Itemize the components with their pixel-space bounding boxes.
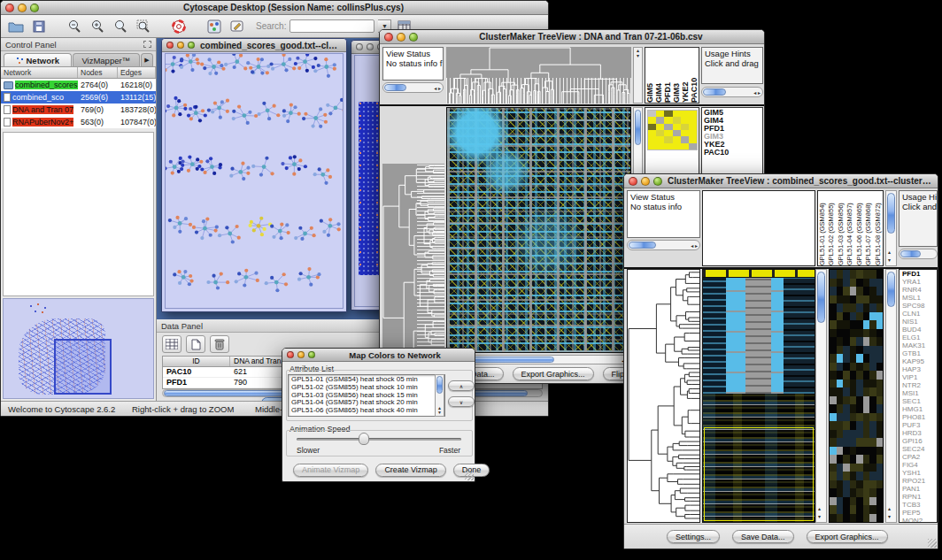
arrow-down-icon[interactable]: ▾ (888, 257, 891, 263)
zoom-button[interactable] (653, 177, 662, 186)
gene-label[interactable]: PUF3 (902, 421, 937, 429)
column-label[interactable]: GPL51-03 (GSM856) (837, 191, 845, 265)
select-attributes-icon[interactable] (162, 335, 181, 353)
labels-vscrollbar[interactable]: ▴ ▾ (885, 190, 897, 266)
dialog-title-bar[interactable]: Map Colors to Network (282, 349, 475, 362)
network-row[interactable]: DNA and Tran 07 769(0) 183728(0) (1, 104, 156, 116)
attribute-list-item[interactable]: GPL51-07 (GSM868) heat shock 60 min (291, 415, 434, 417)
col-id[interactable]: ID (163, 357, 230, 366)
zoom-selected-icon[interactable] (111, 18, 130, 35)
zoom-fit-icon[interactable] (134, 18, 153, 35)
gene-label[interactable]: MAK31 (902, 341, 937, 349)
column-label[interactable]: GIM3 (672, 48, 681, 103)
scroll-arrows-icon[interactable]: ▲▼ (436, 406, 443, 415)
resize-grip[interactable] (465, 472, 474, 480)
create-vizmap-button[interactable]: Create Vizmap (375, 464, 445, 477)
column-label[interactable]: GPL51-04 (GSM857) (845, 191, 854, 265)
minimize-button[interactable] (367, 43, 374, 50)
minimize-button[interactable] (397, 33, 405, 42)
close-button[interactable] (166, 42, 174, 49)
float-panel-icon[interactable] (143, 41, 151, 48)
attribute-list-vscrollbar[interactable]: ▲▼ (435, 374, 444, 417)
search-input[interactable] (290, 19, 374, 33)
gene-label[interactable]: NIS1 (902, 318, 937, 326)
gene-label[interactable]: MSL1 (902, 294, 937, 302)
column-label[interactable]: YKE2 (681, 48, 690, 103)
zoom-button[interactable] (30, 4, 39, 12)
treeview2-title-bar[interactable]: ClusterMaker TreeView : combined_scores_… (624, 174, 938, 188)
network-overview-thumbnail[interactable] (3, 298, 154, 399)
network-row[interactable]: RNAPuberNov2+ 563(0) 107847(0) (1, 116, 156, 128)
close-button[interactable] (629, 177, 637, 186)
yellow-correlation-submatrix[interactable] (647, 110, 698, 150)
attribute-listbox[interactable]: GPL51-01 (GSM854) heat shock 05 minGPL51… (288, 374, 445, 417)
main-title-bar[interactable]: Cytoscape Desktop (Session Name: collins… (1, 1, 548, 15)
network-window[interactable]: combined_scores_good.txt--cluste... (161, 38, 347, 312)
col-nodes[interactable]: Nodes (78, 67, 118, 78)
gene-label[interactable]: ELG1 (902, 334, 937, 341)
new-attribute-icon[interactable] (186, 335, 205, 353)
column-label[interactable]: GIM5 (645, 48, 654, 103)
zoom-out-icon[interactable] (65, 18, 84, 35)
resize-grip[interactable] (928, 539, 937, 548)
zoom-button[interactable] (409, 33, 418, 42)
close-button[interactable] (287, 351, 294, 358)
gene-label[interactable]: VIP1 (902, 373, 937, 381)
export-graphics-button[interactable]: Export Graphics... (807, 530, 888, 543)
close-button[interactable] (384, 33, 393, 42)
arrow-down-icon[interactable]: ▾ (818, 514, 821, 519)
delete-attribute-trash-icon[interactable] (210, 335, 229, 353)
overview-viewport-rect[interactable] (54, 339, 111, 395)
arrow-up-icon[interactable]: ▴ (818, 506, 821, 511)
gene-label[interactable]: MSI1 (902, 389, 937, 397)
zoom-in-icon[interactable] (88, 18, 107, 35)
animate-vizmap-button[interactable]: Animate Vizmap (293, 464, 368, 477)
col-network[interactable]: Network (1, 67, 78, 78)
tab-overflow-button[interactable]: ▶ (141, 53, 153, 66)
correlation-heatmap[interactable] (446, 107, 631, 353)
column-dendrogram[interactable] (446, 47, 631, 104)
column-label[interactable]: GPL51-08 (GSM872) (874, 191, 883, 265)
arrow-down-icon[interactable]: ▾ (634, 53, 642, 58)
gene-label[interactable]: GPI16 (902, 437, 937, 445)
column-label[interactable]: GIM4 (654, 48, 663, 103)
network-row[interactable]: combined_scores 2764(0) 16218(0) (1, 79, 156, 91)
move-up-button[interactable]: ∧ (448, 380, 475, 391)
gene-label[interactable]: KAP95 (902, 357, 937, 365)
column-label[interactable]: GPL51-07 (GSM868) (864, 191, 873, 265)
arrow-up-icon[interactable]: ▴ (888, 249, 891, 255)
usage-hints-hscrollbar[interactable]: ◂ ▸ (701, 87, 763, 97)
scroll-arrows-icon[interactable]: ◂ ▸ (753, 89, 761, 96)
close-button[interactable] (356, 43, 363, 50)
help-lifering-icon[interactable] (169, 18, 189, 35)
column-label[interactable]: GPL51-01 (GSM854) (818, 191, 827, 265)
view-status-hscrollbar[interactable]: ◂ ▸ (627, 240, 700, 250)
zoomed-heatmap-vscrollbar[interactable]: ▴ ▾ (885, 269, 897, 523)
gene-label[interactable]: PHO81 (902, 413, 937, 421)
gene-label[interactable]: GTB1 (902, 349, 937, 357)
gene-label[interactable]: YRA1 (902, 278, 937, 286)
label-scroll-strip[interactable]: ▴ ▾ (633, 47, 643, 104)
scroll-arrows-icon[interactable]: ◂ ▸ (691, 242, 698, 249)
annotation-icon[interactable] (228, 18, 247, 35)
row-label[interactable]: PAC10 (704, 149, 761, 157)
arrow-down-icon[interactable]: ▾ (888, 514, 891, 519)
speed-slider-thumb[interactable] (359, 433, 369, 445)
view-status-hscrollbar[interactable]: ◂ ▸ (382, 82, 444, 93)
usage-hints-hscrollbar[interactable] (899, 249, 938, 259)
export-graphics-button[interactable]: Export Graphics... (513, 367, 594, 380)
column-label[interactable]: PFD1 (663, 48, 672, 103)
gene-label[interactable]: SPC98 (902, 302, 937, 310)
move-down-button[interactable]: ∨ (448, 396, 475, 407)
gene-label[interactable]: PEP5 (902, 509, 937, 517)
gene-label[interactable]: NTR2 (902, 381, 937, 389)
network-canvas[interactable] (165, 53, 344, 309)
zoom-button[interactable] (188, 42, 195, 49)
gene-label[interactable]: SEC24 (902, 445, 937, 453)
scroll-arrows-icon[interactable]: ◂ ▸ (434, 85, 441, 91)
tab-vizmapper[interactable]: VizMapper™ (73, 53, 141, 66)
treeview1-title-bar[interactable]: ClusterMaker TreeView : DNA and Tran 07-… (380, 30, 764, 44)
minimize-button[interactable] (641, 177, 650, 186)
gene-label[interactable]: YSH1 (902, 469, 937, 477)
gene-label[interactable]: PFD1 (902, 270, 937, 278)
